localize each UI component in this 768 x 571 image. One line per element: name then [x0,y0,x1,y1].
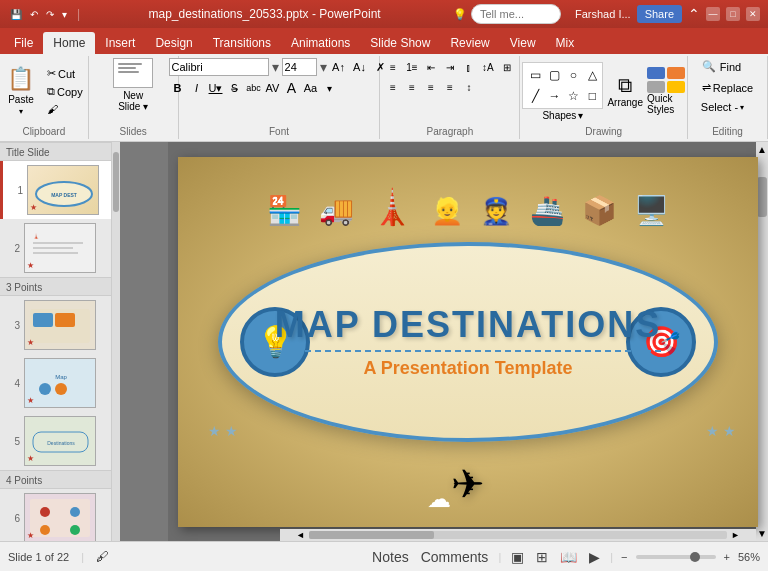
qs-gray[interactable] [647,81,665,93]
save-icon[interactable]: 💾 [8,7,24,22]
font-name-input[interactable] [169,58,269,76]
shape-arrow[interactable]: → [544,86,564,106]
zoom-slider[interactable] [636,555,716,559]
change-case-button[interactable]: Aa [302,79,320,97]
scroll-thumb[interactable] [757,177,767,217]
maximize-button[interactable]: □ [726,7,740,21]
font-size-input[interactable] [282,58,317,76]
redo-icon[interactable]: ↷ [44,7,56,22]
arrange-icon[interactable]: ⧉ [618,74,632,97]
scroll-left-icon[interactable]: ◄ [296,530,305,540]
shape-callout[interactable]: □ [582,86,602,106]
tab-animations[interactable]: Animations [281,32,360,54]
panel-scrollbar[interactable] [112,142,120,541]
editing-group: 🔍 Find ⇌ Replace Select - ▾ Editing [688,56,768,139]
tab-insert[interactable]: Insert [95,32,145,54]
cut-button[interactable]: ✂ Cut [43,65,87,82]
tab-view[interactable]: View [500,32,546,54]
h-scrollbar[interactable]: ◄ ► [280,529,756,541]
slideshow-button[interactable]: ▶ [587,547,602,567]
slide-num-6: 6 [6,513,20,524]
share-button[interactable]: Share [637,5,682,23]
text-direction-button[interactable]: ↕A [479,58,497,76]
tab-review[interactable]: Review [440,32,499,54]
slide-canvas[interactable]: 🏪 🚚 🗼 👱 👮 🚢 📦 🖥️ 💡 MAP DESTINATIONS A [178,157,758,527]
tell-me-input[interactable] [471,4,561,24]
slide-thumb-4[interactable]: 4 Map ★ [0,354,111,412]
copy-button[interactable]: ⧉ Copy [43,83,87,100]
shape-rect[interactable]: ▭ [525,65,545,85]
justify-button[interactable]: ≡ [441,78,459,96]
scroll-right-icon[interactable]: ► [731,530,740,540]
increase-font-button[interactable]: A↑ [330,58,348,76]
shapes-dropdown[interactable]: Shapes ▾ [542,110,583,121]
slide-thumb-3[interactable]: 3 ★ [0,296,111,354]
scroll-up-icon[interactable]: ▲ [755,142,768,157]
slide-thumb-5[interactable]: 5 Destinations ★ [0,412,111,470]
minimize-button[interactable]: — [706,7,720,21]
shape-star[interactable]: ☆ [563,86,583,106]
tab-slideshow[interactable]: Slide Show [360,32,440,54]
font-color-dropdown[interactable]: ▾ [321,79,339,97]
tab-home[interactable]: Home [43,32,95,54]
underline-button[interactable]: U▾ [207,79,225,97]
center-button[interactable]: ≡ [403,78,421,96]
tab-mix[interactable]: Mix [546,32,585,54]
comments-button[interactable]: Comments [419,547,491,567]
shape-rounded[interactable]: ▢ [544,65,564,85]
notes-button[interactable]: Notes [370,547,411,567]
slide-thumb-6[interactable]: 6 ★ [0,489,111,541]
tab-transitions[interactable]: Transitions [203,32,281,54]
shape-more[interactable]: △ [582,65,602,85]
qs-blue[interactable] [647,67,665,79]
italic-button[interactable]: I [188,79,206,97]
close-button[interactable]: ✕ [746,7,760,21]
reading-view-button[interactable]: 📖 [558,547,579,567]
shape-oval[interactable]: ○ [563,65,583,85]
line-spacing-button[interactable]: ↕ [460,78,478,96]
scroll-down-icon[interactable]: ▼ [755,526,768,541]
numbering-button[interactable]: 1≡ [403,58,421,76]
replace-button[interactable]: ⇌ Replace [698,79,757,96]
zoom-in-icon[interactable]: + [724,551,730,563]
expand-ribbon-icon[interactable]: ⌃ [688,6,700,22]
tab-design[interactable]: Design [145,32,202,54]
slide-thumb-2[interactable]: 2 🗼 ★ [0,219,111,277]
new-slide-button[interactable]: New Slide ▾ [113,58,153,112]
tab-file[interactable]: File [4,32,43,54]
columns-button[interactable]: ⫿ [460,58,478,76]
find-button[interactable]: 🔍 Find [698,58,757,75]
decrease-font-button[interactable]: A↓ [351,58,369,76]
qs-yellow[interactable] [667,81,685,93]
shape-line[interactable]: ╱ [525,86,545,106]
qs-orange[interactable] [667,67,685,79]
paste-button[interactable]: 📋 Paste ▾ [1,58,41,124]
font-format-row: B I U▾ S̶ abc AV A Aa ▾ [169,79,390,97]
svg-rect-9 [30,364,90,402]
decrease-indent-button[interactable]: ⇤ [422,58,440,76]
font-color-button[interactable]: A [283,79,301,97]
undo-icon[interactable]: ↶ [28,7,40,22]
font-size-dropdown[interactable]: ▾ [320,59,327,75]
slide-num-1: 1 [9,185,23,196]
strikethrough-button[interactable]: S̶ [226,79,244,97]
align-left-button[interactable]: ≡ [384,78,402,96]
font-name-dropdown[interactable]: ▾ [272,59,279,75]
zoom-out-icon[interactable]: − [621,551,627,563]
format-painter-button[interactable]: 🖌 [43,101,87,117]
slide-thumb-1[interactable]: 1 MAP DEST ★ [0,161,111,219]
bullets-button[interactable]: ≡ [384,58,402,76]
slide-star-5: ★ [27,454,34,463]
paste-dropdown-icon[interactable]: ▾ [19,107,23,116]
shadow-button[interactable]: abc [245,79,263,97]
convert-smartart-button[interactable]: ⊞ [498,58,516,76]
align-right-button[interactable]: ≡ [422,78,440,96]
increase-indent-button[interactable]: ⇥ [441,58,459,76]
bold-button[interactable]: B [169,79,187,97]
select-dropdown[interactable]: Select - ▾ [698,100,757,114]
customize-icon[interactable]: ▾ [60,7,69,22]
normal-view-button[interactable]: ▣ [509,547,526,567]
slide-sorter-button[interactable]: ⊞ [534,547,550,567]
slide-svg-5: Destinations [25,417,96,466]
char-spacing-button[interactable]: AV [264,79,282,97]
